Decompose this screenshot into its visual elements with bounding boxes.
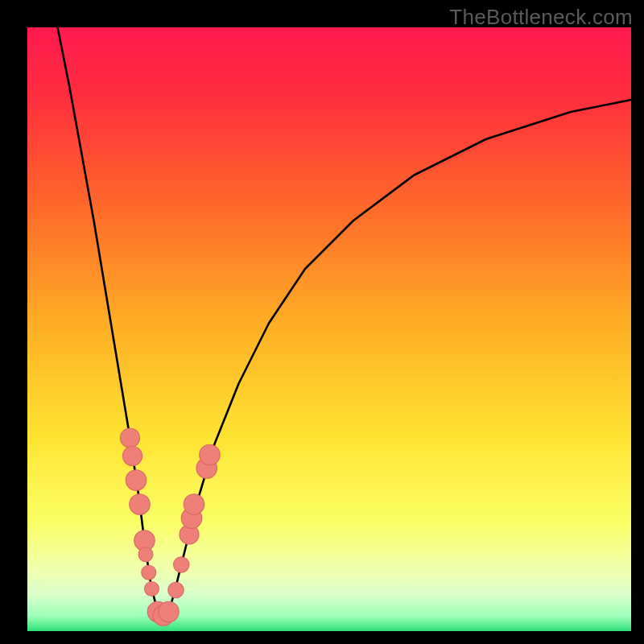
- data-marker: [145, 582, 159, 597]
- data-marker: [159, 601, 180, 622]
- data-marker: [130, 494, 151, 515]
- data-markers: [121, 428, 221, 625]
- data-marker: [121, 428, 140, 448]
- data-marker: [138, 547, 153, 562]
- watermark-text: TheBottleneck.com: [449, 5, 633, 30]
- plot-area: [27, 27, 631, 631]
- data-marker: [123, 447, 142, 466]
- data-marker: [126, 470, 146, 491]
- data-marker: [142, 565, 156, 580]
- data-marker: [200, 444, 221, 465]
- chart-stage: TheBottleneck.com: [0, 0, 644, 644]
- bottleneck-curve: [58, 27, 632, 616]
- curve-layer: [27, 27, 631, 631]
- data-marker: [174, 557, 190, 572]
- data-marker: [168, 582, 184, 598]
- data-marker: [184, 494, 204, 515]
